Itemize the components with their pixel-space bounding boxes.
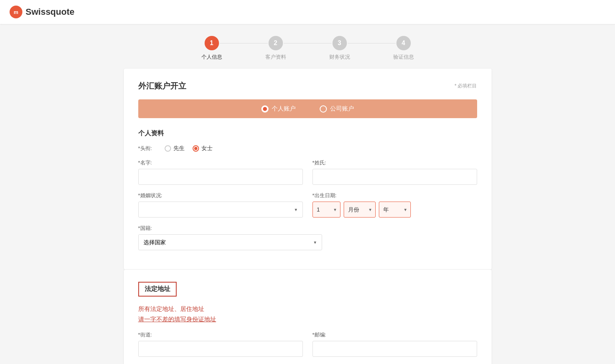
step-3[interactable]: 3 财务状况 (308, 36, 372, 61)
main-content: 外汇账户开立 * 必填栏目 个人账户 公司账户 个人资料 *头衔: 先生 (116, 69, 500, 364)
step-circle-2: 2 (269, 36, 283, 50)
step-2[interactable]: 2 客户资料 (244, 36, 308, 61)
title-mr-option[interactable]: 先生 (165, 145, 185, 152)
dob-group: *出生日期: 1 2 3 月份 1月 2月 (312, 192, 477, 218)
month-select-wrapper: 月份 1月 2月 (344, 202, 376, 218)
postal-code-input[interactable] (312, 341, 477, 357)
address-notice-line1: 所有法定地址、居住地址 (138, 305, 204, 312)
personal-account-option[interactable]: 个人账户 (261, 105, 296, 113)
stepper: 1 个人信息 2 客户资料 3 财务状况 4 验证信息 (0, 24, 615, 69)
address-row-1: *街道: *邮编: (138, 331, 477, 364)
title-ms-radio[interactable] (193, 145, 199, 152)
logo-icon: m (10, 6, 22, 18)
postal-code-label: *邮编: (312, 331, 477, 338)
form-card: 外汇账户开立 * 必填栏目 个人账户 公司账户 个人资料 *头衔: 先生 (124, 69, 492, 269)
nationality-select[interactable]: 选择国家 (138, 234, 322, 250)
card-header-row: 外汇账户开立 * 必填栏目 (138, 81, 477, 91)
legal-address-title-box: 法定地址 (138, 282, 177, 297)
nationality-label: *国籍: (138, 225, 322, 232)
header: m Swissquote (0, 0, 615, 24)
title-mr-label: 先生 (173, 145, 185, 152)
legal-address-title: 法定地址 (145, 285, 170, 292)
personal-account-label: 个人账户 (272, 105, 296, 113)
marital-status-label: *婚姻状况: (138, 192, 303, 199)
step-1[interactable]: 1 个人信息 (180, 36, 244, 61)
step-label-2: 客户资料 (265, 53, 286, 61)
name-row: *名字: *姓氏: (138, 159, 477, 192)
address-notice: 所有法定地址、居住地址 请一字不差的填写身份证地址 (138, 304, 477, 324)
title-radio-group: *头衔: 先生 女士 (138, 145, 477, 152)
first-name-label: *名字: (138, 159, 303, 166)
required-note: * 必填栏目 (454, 83, 477, 89)
day-select-wrapper: 1 2 3 (312, 202, 340, 218)
street-input[interactable] (138, 341, 303, 357)
last-name-label: *姓氏: (312, 159, 477, 166)
marital-status-select[interactable] (138, 202, 303, 218)
last-name-input[interactable] (312, 169, 477, 185)
day-select[interactable]: 1 2 3 (312, 202, 340, 218)
step-label-1: 个人信息 (201, 53, 222, 61)
first-name-group: *名字: (138, 159, 303, 185)
card-title: 外汇账户开立 (138, 81, 186, 91)
address-card: 法定地址 所有法定地址、居住地址 请一字不差的填写身份证地址 *街道: *邮编:… (124, 269, 492, 364)
personal-info-section-title: 个人资料 (138, 129, 477, 138)
step-circle-4: 4 (396, 36, 411, 50)
svg-text:m: m (14, 9, 18, 15)
title-ms-option[interactable]: 女士 (193, 145, 213, 152)
company-account-radio[interactable] (320, 105, 327, 113)
title-label: *头衔: (138, 145, 152, 152)
year-select[interactable]: 年 1990 1991 (379, 202, 411, 218)
street-label: *街道: (138, 331, 303, 338)
title-mr-radio[interactable] (165, 145, 171, 152)
year-select-wrapper: 年 1990 1991 (379, 202, 411, 218)
title-ms-label: 女士 (201, 145, 213, 152)
company-account-label: 公司账户 (330, 105, 354, 113)
postal-code-group: *邮编: (312, 331, 477, 357)
last-name-group: *姓氏: (312, 159, 477, 185)
logo-text: Swissquote (26, 7, 74, 17)
marital-status-group: *婚姻状况: (138, 192, 303, 218)
dob-label: *出生日期: (312, 192, 477, 199)
step-circle-3: 3 (332, 36, 347, 50)
street-group: *街道: (138, 331, 303, 357)
logo-container: m Swissquote (10, 6, 74, 18)
month-select[interactable]: 月份 1月 2月 (344, 202, 376, 218)
nationality-group: *国籍: 选择国家 (138, 225, 322, 250)
marital-dob-row: *婚姻状况: *出生日期: 1 2 3 (138, 192, 477, 225)
step-circle-1: 1 (205, 36, 219, 50)
step-4[interactable]: 4 验证信息 (372, 36, 436, 61)
address-notice-line2: 请一字不差的填写身份证地址 (138, 316, 216, 322)
first-name-input[interactable] (138, 169, 303, 185)
company-account-option[interactable]: 公司账户 (320, 105, 354, 113)
step-label-4: 验证信息 (393, 53, 414, 61)
step-label-3: 财务状况 (329, 53, 350, 61)
personal-account-radio[interactable] (261, 105, 269, 113)
marital-status-select-wrapper (138, 202, 303, 218)
nationality-select-wrapper: 选择国家 (138, 234, 322, 250)
account-type-bar: 个人账户 公司账户 (138, 99, 477, 118)
date-row: 1 2 3 月份 1月 2月 年 (312, 202, 477, 218)
